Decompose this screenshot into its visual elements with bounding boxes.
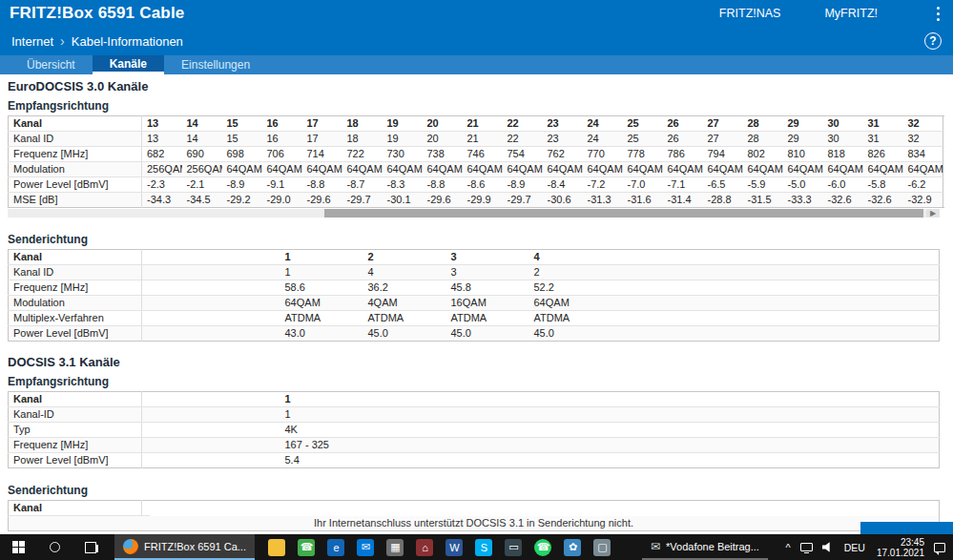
table-cell: -2.3: [142, 177, 182, 193]
banking-app-button[interactable]: ⌂: [410, 534, 440, 560]
table-cell: 738: [423, 147, 463, 162]
tray-expand-icon[interactable]: ^: [786, 542, 791, 553]
scrollbar-track[interactable]: [8, 209, 926, 218]
table-cell: -32.9: [903, 193, 943, 208]
breadcrumb-separator: ›: [60, 33, 65, 49]
subsection-eu30-upstream: Senderichtung: [8, 233, 945, 246]
table-cell: 3: [446, 250, 529, 265]
table-cell: 64QAM: [863, 162, 903, 177]
table-cell: 64QAM: [823, 162, 863, 177]
row-label: Kanal ID: [9, 132, 142, 147]
table-cell: 21: [463, 116, 503, 132]
media-app-button[interactable]: ▭: [499, 534, 528, 560]
tab-uebersicht[interactable]: Übersicht: [10, 55, 93, 74]
table-cell: 58.6: [280, 280, 363, 296]
table-cell: 1: [280, 250, 363, 265]
spacer-cell: [142, 438, 280, 453]
search-button[interactable]: [36, 534, 73, 560]
table-cell: -29.9: [463, 193, 503, 208]
paint-net-button[interactable]: ✿: [558, 534, 588, 560]
edge-browser-icon: e: [327, 539, 344, 556]
start-button[interactable]: [0, 534, 36, 560]
table-cell: 29: [783, 116, 823, 132]
paint-net-icon: ✿: [564, 539, 581, 556]
row-label: Multiplex-Verfahren: [9, 311, 142, 326]
table-cell: 36.2: [363, 280, 446, 296]
table-cell: -33.3: [783, 193, 823, 208]
table-cell: 834: [903, 147, 943, 162]
table-cell: 746: [463, 147, 503, 162]
table-cell: -34.3: [142, 193, 182, 208]
action-center-icon[interactable]: [934, 543, 945, 552]
system-tool-button[interactable]: ▢: [588, 534, 617, 560]
table-cell: -29.7: [503, 193, 543, 208]
table-cell: 64QAM: [280, 296, 363, 311]
mail-app-button[interactable]: ✉: [351, 534, 381, 560]
table-cell: 17: [302, 116, 342, 132]
taskbar-clock[interactable]: 23:45 17.01.2021: [877, 537, 924, 558]
whatsapp-button[interactable]: ☎: [528, 534, 558, 560]
banking-app-icon: ⌂: [416, 539, 433, 556]
breadcrumb-item-0[interactable]: Internet: [11, 34, 53, 49]
file-explorer-button[interactable]: [262, 534, 292, 560]
header-link-0[interactable]: FRITZ!NAS: [719, 7, 781, 20]
spacer-cell: [142, 407, 280, 423]
table-cell: 690: [182, 147, 222, 162]
table-cell: 64QAM: [302, 162, 342, 177]
filler-cell: [142, 501, 151, 516]
messenger-button[interactable]: ☎: [292, 534, 321, 560]
table-cell: -2.1: [182, 177, 222, 193]
eu30-downstream-table: Kanal13141516171819202122232425262728293…: [8, 115, 943, 208]
table-cell: -6.5: [703, 177, 743, 193]
taskbar-window-vodafone[interactable]: ✉ *Vodafone Beitrag...: [642, 534, 768, 560]
filler-cell: [612, 265, 940, 280]
table-cell: -30.1: [383, 193, 423, 208]
taskbar-window-fritzbox[interactable]: FRITZ!Box 6591 Ca...: [114, 534, 255, 560]
task-view-icon: [85, 542, 96, 553]
pinned-apps: ☎e✉▦⌂WS▭☎✿▢: [262, 534, 617, 560]
app-title: FRITZ!Box 6591 Cable: [10, 4, 185, 23]
clock-time: 23:45: [877, 537, 924, 548]
kebab-menu-icon[interactable]: [933, 5, 943, 23]
calculator-button[interactable]: ▦: [381, 534, 410, 560]
skype-button[interactable]: S: [469, 534, 499, 560]
table-cell: -29.2: [222, 193, 262, 208]
scrollbar-right-arrow-icon[interactable]: ▶: [926, 209, 940, 218]
task-view-button[interactable]: [73, 534, 109, 560]
breadcrumb-item-1[interactable]: Kabel-Informationen: [72, 34, 183, 49]
table-cell: -31.5: [743, 193, 783, 208]
table-message: Ihr Internetanschluss unterstützt DOCSIS…: [9, 516, 940, 531]
table-cell: 64QAM: [423, 162, 463, 177]
table-cell: 29: [783, 132, 823, 147]
app-header: FRITZ!Box 6591 Cable FRITZ!NASMyFRITZ!: [0, 0, 953, 27]
table-cell: -6.0: [823, 177, 863, 193]
help-icon[interactable]: ?: [924, 32, 942, 50]
table-cell: 810: [783, 147, 823, 162]
tab-einstellungen[interactable]: Einstellungen: [164, 55, 267, 74]
search-circle-icon: [50, 542, 60, 552]
table-cell: 27: [703, 132, 743, 147]
filler-cell: [363, 392, 940, 407]
horizontal-scrollbar[interactable]: ▶: [8, 209, 940, 218]
table-cell: 13: [142, 132, 182, 147]
table-cell: 19: [383, 132, 423, 147]
table-cell: 17: [302, 132, 342, 147]
spacer-cell: [142, 296, 280, 311]
network-icon[interactable]: [800, 543, 813, 551]
file-explorer-icon: [268, 539, 285, 556]
section-title-docsis31: DOCSIS 3.1 Kanäle: [8, 355, 945, 369]
keyboard-layout-indicator[interactable]: DEU: [842, 542, 867, 553]
edge-browser-button[interactable]: e: [321, 534, 351, 560]
table-cell: 31: [863, 116, 903, 132]
table-cell: -5.8: [863, 177, 903, 193]
table-cell: 30: [823, 116, 863, 132]
tab-kanaele[interactable]: Kanäle: [93, 55, 164, 74]
volume-icon[interactable]: [822, 542, 833, 552]
row-label: Kanal ID: [9, 265, 142, 280]
table-cell: 14: [182, 132, 222, 147]
word-button[interactable]: W: [440, 534, 469, 560]
table-cell: 778: [623, 147, 663, 162]
header-link-1[interactable]: MyFRITZ!: [824, 7, 878, 20]
scrollbar-thumb[interactable]: [324, 209, 923, 218]
table-cell: 45.8: [446, 280, 529, 296]
